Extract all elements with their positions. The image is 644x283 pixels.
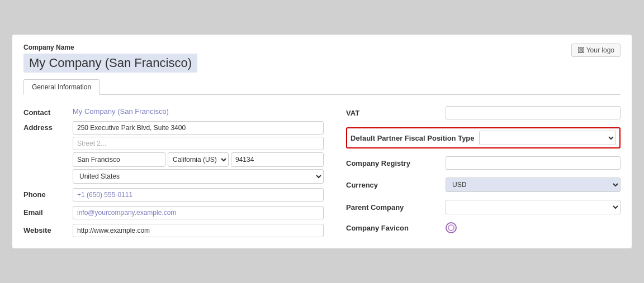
zip-input[interactable]	[231, 152, 324, 167]
contact-link[interactable]: My Company (San Francisco)	[73, 106, 324, 116]
parent-label: Parent Company	[346, 203, 441, 212]
header-row: Company Name My Company (San Francisco) …	[23, 44, 621, 79]
logo-button[interactable]: 🖼 Your logo	[571, 44, 621, 57]
street2-input[interactable]	[73, 137, 324, 150]
phone-row: Phone	[23, 188, 324, 202]
phone-input[interactable]	[73, 188, 324, 202]
registry-label: Company Registry	[346, 159, 441, 167]
email-label: Email	[23, 206, 68, 217]
page-container: Company Name My Company (San Francisco) …	[12, 34, 632, 249]
vat-input[interactable]	[446, 106, 621, 119]
company-header: Company Name My Company (San Francisco)	[23, 44, 197, 79]
address-content: California (US) United States	[73, 121, 324, 184]
parent-select[interactable]	[446, 200, 621, 214]
favicon-row: Company Favicon	[346, 222, 621, 233]
vat-row: VAT	[346, 106, 621, 119]
website-content	[73, 224, 324, 237]
state-select[interactable]: California (US)	[168, 152, 229, 167]
registry-input[interactable]	[446, 156, 621, 170]
left-section: Contact My Company (San Francisco) Addre…	[23, 106, 324, 237]
image-icon: 🖼	[577, 46, 584, 54]
tabs: General Information	[23, 79, 621, 95]
fiscal-label: Default Partner Fiscal Position Type	[351, 134, 475, 142]
address-row: Address California (US) United States	[23, 121, 324, 184]
favicon-label: Company Favicon	[346, 224, 441, 232]
contact-content: My Company (San Francisco)	[73, 106, 324, 116]
company-name-value: My Company (San Francisco)	[23, 54, 197, 73]
country-select[interactable]: United States	[73, 169, 324, 184]
email-input[interactable]	[73, 206, 324, 219]
right-section: VAT Default Partner Fiscal Position Type…	[346, 106, 621, 237]
contact-label: Contact	[23, 106, 68, 117]
city-state-row: California (US)	[73, 152, 324, 167]
fiscal-row: Default Partner Fiscal Position Type	[346, 127, 621, 148]
parent-company-row: Parent Company	[346, 200, 621, 214]
website-input[interactable]	[73, 224, 324, 237]
phone-content	[73, 188, 324, 202]
company-name-label: Company Name	[23, 44, 197, 51]
city-input[interactable]	[73, 152, 165, 167]
address-label: Address	[23, 121, 68, 132]
email-content	[73, 206, 324, 219]
fiscal-select[interactable]	[479, 131, 616, 145]
form-body: Contact My Company (San Francisco) Addre…	[23, 106, 621, 237]
tab-general-information[interactable]: General Information	[23, 79, 100, 95]
favicon-icon[interactable]	[446, 222, 457, 233]
street1-input[interactable]	[73, 121, 324, 135]
logo-button-label: Your logo	[586, 46, 614, 54]
website-row: Website	[23, 224, 324, 237]
phone-label: Phone	[23, 188, 68, 199]
website-label: Website	[23, 224, 68, 234]
email-row: Email	[23, 206, 324, 219]
vat-label: VAT	[346, 109, 441, 117]
contact-row: Contact My Company (San Francisco)	[23, 106, 324, 117]
favicon-inner	[448, 224, 454, 231]
currency-select[interactable]: USD	[446, 178, 621, 192]
currency-row: Currency USD	[346, 178, 621, 192]
currency-label: Currency	[346, 181, 441, 189]
registry-row: Company Registry	[346, 156, 621, 170]
